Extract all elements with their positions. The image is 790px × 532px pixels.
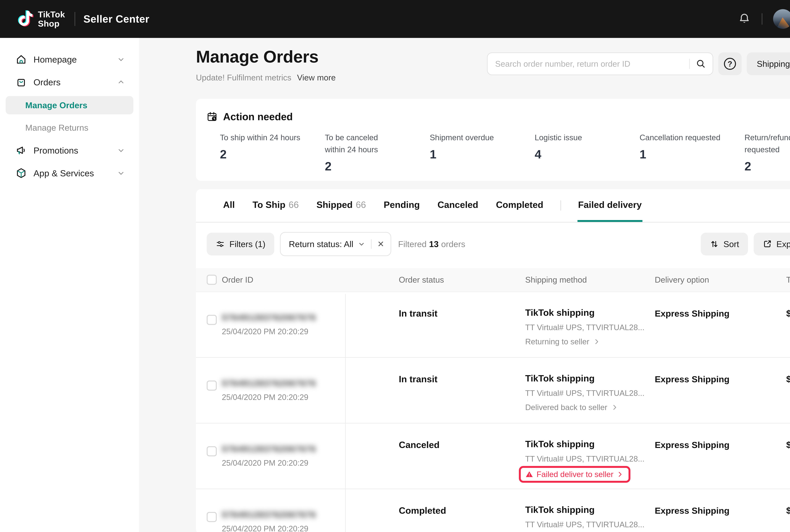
sidebar-item-label: Promotions (34, 145, 78, 156)
update-text: Update! Fulfilment metrics (196, 73, 291, 82)
help-button[interactable]: ? (718, 53, 742, 75)
row-checkbox[interactable] (207, 381, 217, 391)
home-icon (15, 53, 27, 65)
sidebar-item-homepage[interactable]: Homepage (0, 47, 139, 72)
metric-to-ship[interactable]: To ship within 24 hours 2 (220, 132, 325, 173)
shipping-labels-button[interactable]: Shipping labels (747, 53, 790, 75)
order-id-blurred: 576491283762067676 (222, 509, 317, 520)
tiktok-shop-logo[interactable]: TikTok Shop (15, 8, 65, 30)
order-date: 25/04/2020 PM 20:20:29 (222, 393, 399, 402)
order-total: $ 888.88 (786, 440, 790, 450)
table-row: 576491283762067676 25/04/2020 PM 20:20:2… (196, 292, 790, 358)
filter-sliders-icon (215, 239, 225, 249)
tracking-number: TT Virtual# UPS, TTVIRTUAL28... (525, 323, 644, 332)
order-status: In transit (399, 374, 437, 384)
order-total: $ 888.88 (786, 308, 790, 319)
order-id-blurred: 576491283762067676 (222, 378, 317, 388)
order-total: $ 888.88 (786, 374, 790, 384)
topbar: TikTok Shop Seller Center English (0, 0, 790, 38)
sidebar-item-label: Homepage (34, 54, 77, 64)
order-status: Canceled (399, 440, 439, 450)
metric-to-be-canceled[interactable]: To be canceled within 24 hours 2 (325, 132, 430, 173)
failed-delivery-badge[interactable]: Failed deliver to seller (519, 466, 631, 483)
tab-failed-delivery[interactable]: Failed delivery (578, 189, 642, 222)
sidebar: Homepage Orders Manage Orders Manage Ret… (0, 38, 139, 532)
order-date: 25/04/2020 PM 20:20:29 (222, 458, 399, 468)
column-shipping-method: Shipping method (525, 275, 655, 284)
logo-line2: Shop (38, 19, 65, 28)
select-all-checkbox[interactable] (207, 275, 217, 285)
chevron-down-icon (358, 240, 365, 248)
avatar[interactable] (773, 9, 790, 29)
row-checkbox[interactable] (207, 512, 217, 522)
order-search (487, 53, 713, 75)
tracking-number: TT Virtual# UPS, TTVIRTUAL28... (525, 388, 644, 398)
shipping-carrier: TikTok shipping (525, 505, 595, 515)
tab-separator (560, 201, 561, 211)
export-button[interactable]: Export (754, 233, 790, 255)
tab-completed[interactable]: Completed (495, 189, 544, 222)
shipping-carrier: TikTok shipping (525, 439, 595, 449)
sidebar-item-promotions[interactable]: Promotions (0, 138, 139, 163)
orders-card: All To Ship66 Shipped66 Pending Canceled… (196, 189, 790, 532)
chevron-up-icon (117, 78, 125, 86)
search-input[interactable] (495, 59, 685, 69)
filtered-count-text: Filtered13orders (398, 239, 465, 249)
delivery-option: Express Shipping (655, 308, 730, 319)
table-header: Order ID Order status Shipping method De… (196, 268, 790, 292)
shipping-carrier: TikTok shipping (525, 373, 595, 383)
sidebar-item-label: Manage Orders (25, 100, 87, 110)
row-checkbox[interactable] (207, 446, 217, 456)
order-status: In transit (399, 308, 437, 319)
sidebar-item-manage-orders[interactable]: Manage Orders (6, 96, 133, 114)
column-delivery-option: Delivery option (655, 275, 786, 284)
sidebar-item-orders[interactable]: Orders (0, 72, 139, 92)
return-status-chip[interactable]: Return status: All ✕ (280, 232, 391, 256)
shipping-carrier: TikTok shipping (525, 307, 595, 318)
metric-cancellation-requested[interactable]: Cancellation requested 1 (640, 132, 745, 173)
tab-shipped[interactable]: Shipped66 (316, 189, 366, 222)
sidebar-item-label: Manage Returns (25, 123, 88, 133)
delivery-option: Express Shipping (655, 440, 730, 450)
tab-pending[interactable]: Pending (383, 189, 420, 222)
order-id-blurred: 576491283762067676 (222, 312, 317, 323)
sidebar-item-manage-returns[interactable]: Manage Returns (0, 117, 139, 138)
metric-shipment-overdue[interactable]: Shipment overdue 1 (430, 132, 535, 173)
view-more-link[interactable]: View more (297, 73, 336, 82)
sort-arrows-icon (710, 239, 719, 249)
tracking-number: TT Virtual# UPS, TTVIRTUAL28... (525, 454, 644, 463)
chevron-right-icon (617, 471, 623, 478)
chip-divider (371, 239, 372, 249)
tab-to-ship[interactable]: To Ship66 (252, 189, 299, 222)
delivery-option: Express Shipping (655, 374, 730, 384)
table-row: 576491283762067676 25/04/2020 PM 20:20:2… (196, 489, 790, 532)
sidebar-item-app-services[interactable]: App & Services (0, 163, 139, 184)
tab-all[interactable]: All (223, 189, 236, 222)
tracking-number: TT Virtual# UPS, TTVIRTUAL28... (525, 520, 644, 529)
chevron-right-icon (611, 404, 618, 411)
shipping-status-link[interactable]: Returning to seller (525, 337, 600, 346)
megaphone-icon (15, 145, 27, 156)
tab-canceled[interactable]: Canceled (437, 189, 479, 222)
metric-logistic-issue[interactable]: Logistic issue 4 (535, 132, 640, 173)
calendar-clock-icon (206, 111, 218, 123)
close-icon[interactable]: ✕ (377, 239, 384, 249)
sort-button[interactable]: Sort (701, 233, 748, 255)
column-total: Total (786, 275, 790, 284)
sidebar-item-label: Orders (34, 77, 60, 87)
export-icon (763, 239, 772, 249)
order-date: 25/04/2020 PM 20:20:29 (222, 327, 399, 336)
question-icon: ? (724, 58, 736, 70)
tiktok-note-icon (15, 8, 35, 30)
search-icon[interactable] (696, 58, 706, 69)
filters-button[interactable]: Filters (1) (207, 233, 274, 255)
action-needed-title: Action needed (223, 111, 293, 122)
order-status: Completed (399, 505, 446, 516)
row-checkbox[interactable] (207, 315, 217, 325)
status-tabs: All To Ship66 Shipped66 Pending Canceled… (196, 189, 790, 223)
topbar-divider (75, 12, 75, 26)
notifications-bell-icon[interactable] (738, 12, 751, 25)
order-total: $ 888.88 (786, 505, 790, 516)
shipping-status-link[interactable]: Delivered back to seller (525, 403, 618, 412)
metric-return-refund[interactable]: Return/refund requested 2 (745, 132, 790, 173)
